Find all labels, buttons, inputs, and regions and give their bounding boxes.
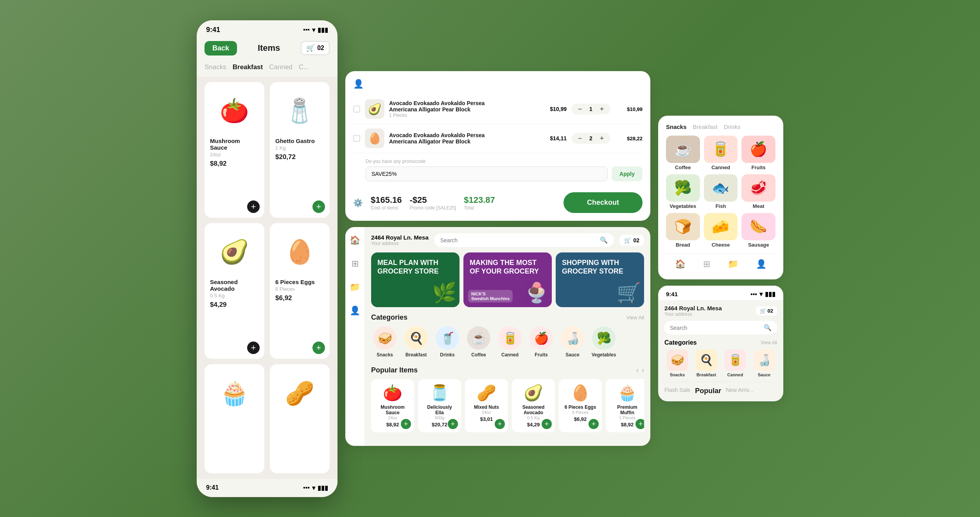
tab-breakfast[interactable]: Breakfast [233,63,263,73]
rb-tab-popular[interactable]: Popular [695,385,721,397]
grid-cat-coffee[interactable]: ☕ Coffee [666,136,700,170]
cat-sauce[interactable]: 🍶 Sauce [559,326,586,358]
popular-size-0: 24oz [388,415,397,420]
grid-cat-meat[interactable]: 🥩 Meat [741,174,775,209]
cat-fruits[interactable]: 🍎 Fruits [528,326,555,358]
grid-tab-breakfast[interactable]: Breakfast [693,123,718,130]
add-button-1[interactable]: + [312,200,325,213]
cat-label-canned: Canned [501,352,519,358]
banner-text-0: MEAL PLAN WITH GROCERY STORE [377,259,453,275]
cart-checkbox-1[interactable] [353,135,360,142]
rb-cat-img-canned: 🥫 [725,349,746,371]
popular-add-4[interactable]: + [589,419,599,429]
banner-2[interactable]: SHOPPING WITH GROCERY STORE 🛒 [556,252,644,307]
category-tabs: Snacks Breakfast Canned C... [197,59,337,77]
qty-increase-1[interactable]: + [598,134,606,142]
popular-add-0[interactable]: + [401,419,411,429]
popular-add-2[interactable]: + [495,419,505,429]
grid-cat-canned[interactable]: 🥫 Canned [704,136,738,170]
grid-cat-fruits[interactable]: 🍎 Fruits [741,136,775,170]
banner-1[interactable]: MAKING THE MOST OF YOUR GROCERY 🍨 NICK'S… [463,252,552,307]
grid-cat-bread[interactable]: 🍞 Bread [666,213,700,248]
qty-increase-0[interactable]: + [598,105,606,113]
grid-img-meat: 🥩 [741,174,775,202]
nav-home-icon[interactable]: 🏠 [675,259,686,269]
product-name-1: Ghetto Gastro [275,138,315,144]
popular-add-3[interactable]: + [542,419,552,429]
grid-cat-fish[interactable]: 🐟 Fish [704,174,738,209]
rb-cat-grid: 🥪 Snacks 🍳 Breakfast 🥫 Canned 🍶 Sauce [664,349,777,377]
tab-snacks[interactable]: Snacks [205,63,226,73]
popular-next-icon[interactable]: › [642,366,644,374]
sidebar-home-icon[interactable]: 🏠 [348,233,362,247]
sidebar-grid-icon[interactable]: ⊞ [348,257,362,271]
nav-folder-icon[interactable]: 📁 [728,259,738,269]
grid-cat-cheese[interactable]: 🧀 Cheese [704,213,738,248]
rb-cat-label-snacks: Snacks [670,372,685,377]
rb-cat-sauce[interactable]: 🍶 Sauce [751,349,777,377]
grid-tab-snacks[interactable]: Snacks [666,123,687,130]
rb-view-all[interactable]: View All [761,340,777,345]
qty-decrease-1[interactable]: − [576,134,584,142]
cart-checkbox-0[interactable] [353,106,360,113]
rb-cat-label-sauce: Sauce [758,372,770,377]
popular-prev-icon[interactable]: ‹ [636,366,639,374]
cat-vegetables[interactable]: 🥦 Vegetables [590,326,617,358]
signal-icon: ▪▪▪ [303,26,310,33]
add-button-3[interactable]: + [312,342,325,354]
cat-drinks[interactable]: 🥤 Drinks [434,326,461,358]
promo-apply-button[interactable]: Apply [612,166,643,181]
qty-number-1: 2 [588,135,594,141]
rb-cat-canned[interactable]: 🥫 Canned [722,349,748,377]
cart-badge[interactable]: 🛒 02 [301,41,330,55]
popular-add-5[interactable]: + [635,419,644,429]
grid-tab-drinks[interactable]: Drinks [724,123,741,130]
rb-tab-new-arrivals[interactable]: New Arriv... [726,385,754,397]
settings-icon[interactable]: ⚙️ [353,198,363,208]
cat-canned[interactable]: 🥫 Canned [496,326,524,358]
nav-user-icon[interactable]: 👤 [756,259,766,269]
grid-img-sausage: 🌭 [741,213,775,240]
checkout-button[interactable]: Checkout [564,192,643,213]
cost-block: $165.16 Cost of items [371,195,402,211]
cat-breakfast[interactable]: 🍳 Breakfast [402,326,430,358]
bottom-time: 9:41 [206,484,219,491]
app-content: 2464 Royal Ln. Mesa Your address 🔍 🛒 02 [365,227,650,446]
discount-value: -$25 [410,195,456,205]
back-button[interactable]: Back [205,41,237,55]
qty-decrease-0[interactable]: − [576,105,584,113]
rb-section-header: Categories View All [664,339,777,346]
cart-item-price-1: $14,11 [539,135,567,141]
rb-tab-flash-sale[interactable]: Flash Sale [664,385,690,397]
cat-img-sauce: 🍶 [561,326,584,350]
add-button-2[interactable]: + [247,342,260,354]
promo-input[interactable] [366,166,608,181]
grid-cat-sausage[interactable]: 🌭 Sausage [741,213,775,248]
popular-price-3: $4,29 [527,422,540,428]
product-img-5: 🥜 [275,370,324,417]
sidebar-user-icon[interactable]: 👤 [348,304,362,318]
tab-more[interactable]: C... [299,63,309,73]
banner-emoji-0: 🌿 [432,281,456,304]
product-grid: 🍅 Mushroom Sauce 24oz $8,92 + 🧂 Ghetto G… [197,77,337,479]
categories-view-all[interactable]: View All [626,315,644,320]
header-cart-badge[interactable]: 🛒 02 [619,235,644,246]
sidebar-folder-icon[interactable]: 📁 [348,280,362,294]
add-button-0[interactable]: + [247,200,260,213]
cat-coffee[interactable]: ☕ Coffee [465,326,492,358]
cat-img-snacks: 🥪 [373,326,397,350]
cat-snacks[interactable]: 🥪 Snacks [371,326,398,358]
tab-canned[interactable]: Canned [269,63,293,73]
rb-cat-snacks[interactable]: 🥪 Snacks [664,349,690,377]
rb-cat-breakfast[interactable]: 🍳 Breakfast [693,349,719,377]
grid-cat-vegetables[interactable]: 🥦 Vegetables [666,174,700,209]
rb-search-icon: 🔍 [764,324,772,331]
header-cart-count: 02 [633,237,639,243]
rb-cart-badge[interactable]: 🛒 02 [756,306,777,315]
rb-search-input[interactable] [670,325,761,331]
nav-grid-icon[interactable]: ⊞ [703,259,710,269]
search-input[interactable] [440,237,597,243]
popular-add-1[interactable]: + [448,419,458,429]
banner-0[interactable]: MEAL PLAN WITH GROCERY STORE 🌿 [371,252,459,307]
popular-name-0: Mushroom Sauce [376,404,409,415]
